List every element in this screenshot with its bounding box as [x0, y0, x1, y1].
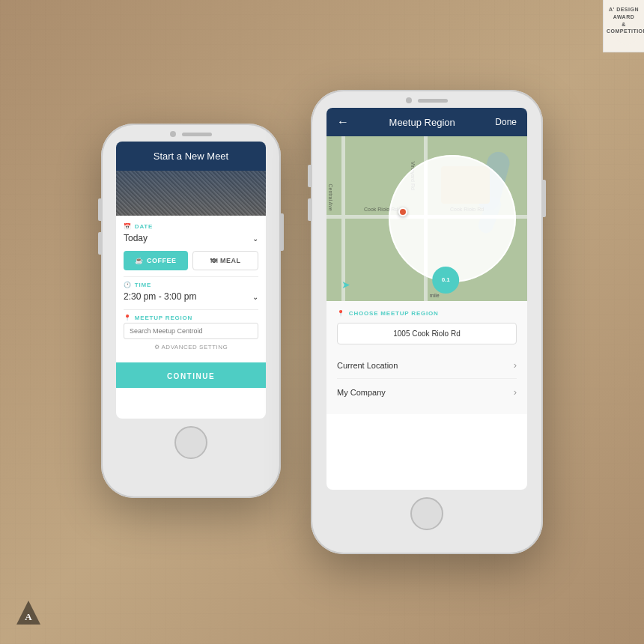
map-road-central: [341, 136, 345, 301]
calendar-icon: 📅: [124, 223, 132, 230]
phone1-bottom: [101, 419, 281, 471]
coffee-icon: ☕: [135, 257, 144, 264]
phone2-side-button-mute: [308, 165, 311, 187]
meetup-search-input[interactable]: [124, 323, 258, 339]
app2-header: ← Meetup Region Done: [326, 108, 527, 136]
badge-text-line1: A' DESIGN AWARD: [607, 6, 641, 21]
phone1-screen: Start a New Meet 📅 DATE Today ⌄: [116, 142, 266, 419]
app1-header-title: Start a New Meet: [154, 151, 228, 162]
award-badge: A' DESIGN AWARD & COMPETITION: [603, 0, 644, 52]
app1-header: Start a New Meet: [116, 142, 266, 171]
phone2-side-button-volume: [308, 198, 311, 221]
app1-advanced-setting[interactable]: ⚙ ADVANCED SETTING: [124, 339, 258, 355]
phone1-side-button-mute: [98, 198, 101, 221]
my-company-option[interactable]: My Company ›: [337, 379, 517, 405]
navigation-arrow-icon: ➤: [341, 279, 350, 291]
phone1-side-button-volume: [98, 232, 101, 255]
app2-header-title: Meetup Region: [389, 117, 455, 128]
app1-date-value-row[interactable]: Today ⌄: [124, 231, 258, 245]
badge-triangle: [607, 35, 644, 46]
map-user-location-dot: [398, 207, 407, 216]
phone1-speaker: [182, 133, 212, 136]
svg-text:A: A: [25, 611, 32, 622]
clock-icon: 🕐: [124, 282, 132, 288]
app1-type-buttons: ☕ COFFEE 🍽 MEAL: [124, 251, 258, 270]
app2-section-label: 📍 CHOOSE MEETUP REGION: [337, 310, 517, 317]
current-location-chevron-icon: ›: [514, 359, 517, 371]
divider2: [124, 309, 258, 310]
phone1-home-button[interactable]: [174, 426, 207, 459]
phone2-side-button-power: [543, 180, 546, 217]
phone1-camera: [170, 131, 176, 137]
my-company-label: My Company: [337, 388, 386, 397]
divider1: [124, 276, 258, 277]
main-scene: Start a New Meet 📅 DATE Today ⌄: [0, 0, 644, 644]
phone2: ← Meetup Region Done Cook Riolo Rd: [311, 90, 543, 554]
phone1-side-button-power: [281, 213, 284, 251]
meal-button[interactable]: 🍽 MEAL: [192, 251, 258, 270]
map-scale-unit-label: mile: [430, 293, 440, 298]
app2-address-box[interactable]: 1005 Cook Riolo Rd: [337, 323, 517, 344]
app1-hero-image: [116, 171, 266, 216]
current-location-label: Current Location: [337, 361, 398, 370]
app1-form: 📅 DATE Today ⌄ ☕ COFFEE 🍽: [116, 216, 266, 362]
app1-continue-wrapper[interactable]: CONTINUE: [116, 362, 266, 388]
phone2-top: [311, 90, 543, 108]
phone1: Start a New Meet 📅 DATE Today ⌄: [101, 124, 281, 498]
phone2-bottom: [311, 490, 543, 542]
my-company-chevron-icon: ›: [514, 386, 517, 398]
phone1-top: [101, 124, 281, 142]
app1-date-label: 📅 DATE: [124, 223, 258, 230]
map-label-central: Central Ave: [328, 184, 333, 211]
current-location-option[interactable]: Current Location ›: [337, 352, 517, 379]
app1-time-label: 🕐 TIME: [124, 282, 258, 288]
done-button[interactable]: Done: [495, 117, 517, 127]
app2-address-value: 1005 Cook Riolo Rd: [393, 329, 461, 338]
app1-meetup-label: 📍 MEETUP REGION: [124, 315, 258, 321]
a-design-symbol: A: [15, 599, 42, 629]
phone2-camera: [406, 97, 412, 103]
phone2-screen: ← Meetup Region Done Cook Riolo Rd: [326, 108, 527, 490]
map-region-circle: [389, 155, 516, 282]
app1-date-value: Today: [124, 233, 148, 243]
map-scale-value: 0.1: [442, 276, 450, 284]
app1-time-value-row[interactable]: 2:30 pm - 3:00 pm ⌄: [124, 290, 258, 303]
location-pin-icon: 📍: [337, 310, 345, 317]
map-scale-indicator: 0.1: [432, 267, 459, 294]
app1-meetup-section: 📍 MEETUP REGION: [124, 315, 258, 339]
app2-bottom-panel: 📍 CHOOSE MEETUP REGION 1005 Cook Riolo R…: [326, 301, 527, 414]
badge-text-line2: & COMPETITION: [607, 21, 641, 36]
meal-icon: 🍽: [210, 257, 218, 264]
app1-date-field: 📅 DATE Today ⌄: [124, 223, 258, 245]
time-chevron-icon: ⌄: [252, 293, 258, 301]
phone2-home-button[interactable]: [410, 497, 443, 530]
app2-map[interactable]: Cook Riolo Rd Cook Riolo Rd Vineyard Rd …: [326, 136, 527, 301]
back-button[interactable]: ←: [337, 115, 349, 129]
continue-button-label: CONTINUE: [167, 372, 215, 380]
coffee-button[interactable]: ☕ COFFEE: [124, 251, 188, 270]
location-icon: 📍: [124, 315, 132, 321]
app1-time-value: 2:30 pm - 3:00 pm: [124, 291, 196, 302]
phone2-speaker: [418, 99, 448, 103]
app1-time-field: 🕐 TIME 2:30 pm - 3:00 pm ⌄: [124, 282, 258, 303]
date-chevron-icon: ⌄: [252, 234, 258, 243]
